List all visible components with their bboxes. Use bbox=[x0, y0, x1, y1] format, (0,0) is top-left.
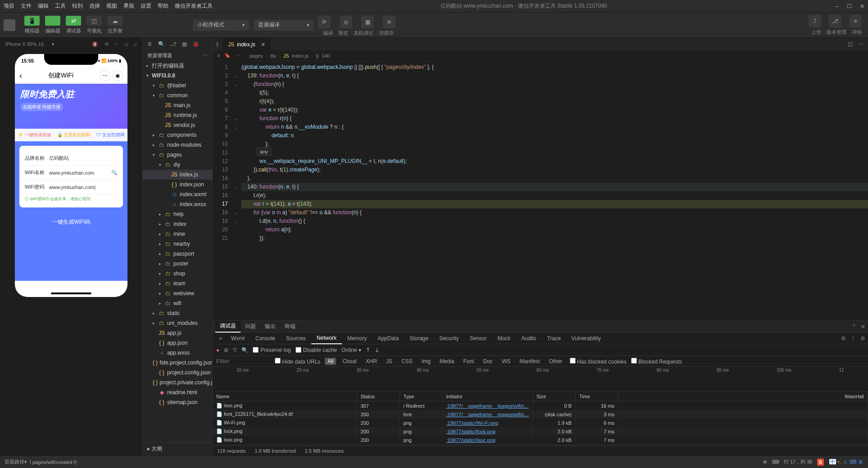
back-icon[interactable]: ◁ bbox=[124, 41, 127, 47]
network-timeline[interactable]: 10 ms20 ms30 ms40 ms50 ms60 ms70 ms80 ms… bbox=[213, 367, 868, 392]
devtools-tab[interactable]: Wxml bbox=[226, 333, 250, 344]
eye-icon[interactable]: 👁 bbox=[763, 459, 768, 465]
table-header[interactable]: Time bbox=[575, 392, 618, 401]
record-icon[interactable]: ● bbox=[216, 347, 219, 353]
open-editors-section[interactable]: ▸打开的编辑器 bbox=[143, 61, 212, 71]
menu-item[interactable]: 工具 bbox=[55, 2, 66, 10]
tree-item[interactable]: ▾🗀pages bbox=[143, 150, 212, 160]
current-path[interactable]: pages/wifi/created bbox=[32, 459, 73, 465]
table-header[interactable]: Name bbox=[213, 392, 357, 401]
table-header[interactable]: Type bbox=[400, 392, 442, 401]
field-wifi-pwd[interactable]: WiFi密码 www.ymkuzhan.com| bbox=[25, 180, 118, 194]
tree-item[interactable]: ▾🗀diy bbox=[143, 160, 212, 170]
tree-item[interactable]: ▸🗀passport bbox=[143, 249, 212, 259]
more-actions-icon[interactable]: ⋯ bbox=[858, 41, 863, 47]
tree-item[interactable]: ▾🗀common bbox=[143, 90, 212, 100]
tree-item[interactable]: { }project.config.json bbox=[143, 368, 212, 378]
menu-item[interactable]: 微信开发者工具 bbox=[175, 2, 213, 10]
table-row[interactable]: 📄 Wi-Fi.png200png:19877/static//Wi-Fi.pn… bbox=[213, 418, 868, 427]
bc-segment[interactable]: index.js bbox=[292, 53, 309, 58]
tree-item[interactable]: ▸🗀team bbox=[143, 279, 212, 288]
search-icon[interactable]: 🔍 bbox=[241, 347, 248, 353]
type-filter-chip[interactable]: CSS bbox=[399, 358, 415, 365]
avatar[interactable] bbox=[4, 19, 15, 31]
type-filter-chip[interactable]: All bbox=[325, 358, 336, 365]
ime-tray[interactable]: 中•,☺⌨⊞ bbox=[828, 459, 863, 465]
rotate-icon[interactable]: ⟲ bbox=[105, 41, 109, 47]
tree-item[interactable]: ▸🗀components bbox=[143, 130, 212, 140]
tree-item[interactable]: ▸🗀shop bbox=[143, 269, 212, 279]
gear-icon[interactable]: ⚙ bbox=[841, 335, 846, 342]
tree-item[interactable]: ▸🗀index bbox=[143, 219, 212, 229]
chevron-up-icon[interactable]: ⌃ bbox=[852, 324, 856, 330]
upload-button[interactable]: ⤴ bbox=[809, 15, 821, 27]
field-wifi-name[interactable]: WiFi名称 www.ymkuzhan.com 🔍 bbox=[25, 166, 118, 180]
compile-select[interactable]: 普通编译 ▾ bbox=[254, 20, 314, 31]
split-editor-icon[interactable]: ◫ bbox=[848, 41, 853, 47]
preview-button[interactable]: ◎ bbox=[340, 16, 352, 28]
type-filter-chip[interactable]: XHR bbox=[363, 358, 380, 365]
home-icon[interactable]: ⌂ bbox=[134, 41, 137, 47]
type-filter-chip[interactable]: Font bbox=[461, 358, 477, 365]
menu-item[interactable]: 文件 bbox=[21, 2, 32, 10]
menu-item[interactable]: 项目 bbox=[4, 2, 14, 10]
tree-item[interactable]: { }sitemap.json bbox=[143, 397, 212, 407]
mute-icon[interactable]: 🔇 bbox=[92, 41, 98, 47]
devtools-tab[interactable]: Network bbox=[311, 333, 342, 344]
blocked-requests-checkbox[interactable]: Blocked Requests bbox=[631, 358, 682, 365]
version-button[interactable]: ⎇ bbox=[829, 15, 841, 27]
maximize-icon[interactable]: ☐ bbox=[847, 3, 852, 9]
ext-icon[interactable]: ▦ bbox=[182, 41, 187, 47]
type-filter-chip[interactable]: Cloud bbox=[340, 358, 359, 365]
clear-cache-button[interactable]: ≋ bbox=[383, 16, 395, 28]
copy-icon[interactable]: ⎘ bbox=[74, 459, 77, 465]
tool-tab[interactable]: 编辑器 bbox=[42, 16, 63, 34]
capsule-close-icon[interactable]: ◉ bbox=[112, 70, 123, 81]
debugger-panel-tab[interactable]: 终端 bbox=[280, 321, 300, 333]
devtools-tab[interactable]: Sensor bbox=[464, 333, 492, 344]
type-filter-chip[interactable]: JS bbox=[383, 358, 395, 365]
menu-icon[interactable]: ⋮ bbox=[850, 335, 856, 342]
menu-item[interactable]: 选择 bbox=[89, 2, 100, 10]
tree-item[interactable]: { }index.json bbox=[143, 180, 212, 189]
tool-tab[interactable]: 📱模拟器 bbox=[22, 16, 42, 34]
menu-item[interactable]: 转到 bbox=[72, 2, 83, 10]
refresh-sim-icon[interactable]: ○ bbox=[115, 41, 118, 47]
generate-button[interactable]: 一键生成WiFi码 bbox=[19, 214, 123, 230]
minimize-icon[interactable]: ─ bbox=[835, 3, 839, 9]
menu-item[interactable]: 设置 bbox=[141, 2, 151, 10]
tree-item[interactable]: JSmain.js bbox=[143, 100, 212, 110]
debugger-panel-tab[interactable]: 问题 bbox=[241, 321, 260, 333]
throttle-select[interactable]: Online ▾ bbox=[341, 347, 361, 353]
type-filter-chip[interactable]: Img bbox=[419, 358, 433, 365]
code-editor[interactable]: 123456789101112131415161718192021 ⌄⌄⌄⌄⌄⌄… bbox=[213, 61, 868, 320]
keyboard-icon[interactable]: ⌨ bbox=[772, 459, 779, 465]
search-icon[interactable]: 🔍 bbox=[158, 41, 165, 47]
table-row[interactable]: 📄 font_2225171_8kdcwk4po24.ttf200font:19… bbox=[213, 410, 868, 418]
capsule-menu-icon[interactable]: ⋯ bbox=[100, 70, 110, 81]
download-icon[interactable]: ⤓ bbox=[375, 347, 379, 353]
bug-icon[interactable]: 🐞 bbox=[192, 41, 199, 47]
tab-close-icon[interactable]: ✕ bbox=[261, 41, 265, 48]
tree-item[interactable]: ▸🗀uni_modules bbox=[143, 318, 212, 328]
tree-item[interactable]: ◇index.wxml bbox=[143, 189, 212, 199]
tree-item[interactable]: ⟐index.wxss bbox=[143, 199, 212, 209]
tree-item[interactable]: ▸🗀nearby bbox=[143, 239, 212, 249]
mode-select[interactable]: 小程序模式 ▾ bbox=[193, 20, 249, 31]
hide-data-urls-checkbox[interactable]: Hide data URLs bbox=[275, 358, 320, 365]
ime-badge[interactable]: S bbox=[817, 459, 824, 466]
type-filter-chip[interactable]: WS bbox=[499, 358, 513, 365]
debugger-panel-tab[interactable]: 输出 bbox=[260, 321, 280, 333]
device-label[interactable]: iPhone X 85% 16 bbox=[5, 41, 44, 47]
cursor-position[interactable]: 行 17，列 36 bbox=[784, 459, 813, 465]
table-row[interactable]: 📄 lock.png200png:19877/static//lock.png2… bbox=[213, 427, 868, 436]
bc-segment[interactable]: pages bbox=[249, 53, 263, 58]
inspect-icon[interactable]: ⎆ bbox=[215, 335, 226, 342]
devtools-tab[interactable]: Security bbox=[434, 333, 464, 344]
close-panel-icon[interactable]: ✕ bbox=[861, 324, 865, 330]
devtools-tab[interactable]: Console bbox=[250, 333, 281, 344]
devtools-tab[interactable]: Vulnerability bbox=[566, 333, 606, 344]
nav-back-icon[interactable]: ‹ bbox=[19, 71, 22, 81]
tree-item[interactable]: { }fide.project.config.json bbox=[143, 358, 212, 368]
clear-icon[interactable]: ⊘ bbox=[224, 347, 228, 353]
